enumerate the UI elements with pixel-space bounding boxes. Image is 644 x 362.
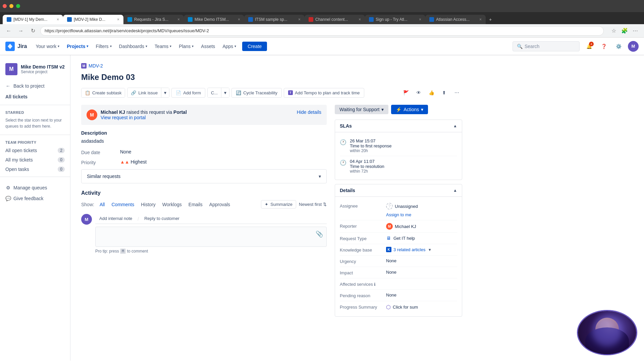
tab-mdv2[interactable]: [MDV-2] Mike D... ×: [63, 15, 123, 24]
request-type-label: Request Type: [340, 235, 383, 241]
activity-tab-history[interactable]: History: [138, 200, 158, 209]
create-subtask-btn[interactable]: 📋 Create subtask: [81, 88, 125, 98]
reload-button[interactable]: ↻: [28, 26, 38, 36]
thumbsup-button[interactable]: 👍: [426, 87, 437, 98]
summarize-button[interactable]: ✦ Summarize: [261, 200, 296, 209]
assignee-label: Assignee: [340, 203, 383, 209]
details-panel-header[interactable]: Details ▲: [335, 184, 462, 197]
issue-title: Mike Demo 03: [81, 73, 462, 82]
add-internal-note-tab[interactable]: Add internal note: [95, 214, 136, 224]
flag-button[interactable]: 🚩: [400, 87, 411, 98]
more-button[interactable]: ⋯: [451, 87, 462, 98]
similar-requests-header[interactable]: Similar requests ▾: [82, 170, 326, 183]
activity-tab-approvals[interactable]: Approvals: [207, 200, 233, 209]
sidebar-give-feedback[interactable]: 💬 Give feedback: [0, 193, 70, 204]
comment-editor[interactable]: 📎: [95, 227, 327, 247]
sidebar-all-tickets[interactable]: All tickets: [0, 91, 70, 102]
details-panel-title: Details: [340, 188, 355, 193]
watch-button[interactable]: 👁: [413, 87, 424, 98]
bookmark-button[interactable]: ☆: [609, 26, 619, 36]
pending-reason-value[interactable]: None: [386, 292, 457, 298]
queue-badge-my-tickets: 0: [58, 157, 65, 163]
slas-panel-header[interactable]: SLAs ▲: [335, 120, 462, 132]
notifications-button[interactable]: 🔔 4: [584, 41, 594, 52]
tab-requests[interactable]: Requests - Jira S... ×: [123, 15, 184, 24]
tab-mdv1[interactable]: [MDV-1] My Dem... ×: [3, 15, 63, 24]
comment-tabs: Add internal note / Reply to customer: [95, 214, 327, 224]
tab-atlassian[interactable]: Atlassian Access... ×: [425, 15, 486, 24]
priority-value[interactable]: ▲▲ Highest: [120, 159, 327, 165]
sidebar-back-to-project[interactable]: ← Back to project: [0, 81, 70, 91]
c-btn[interactable]: C... ▾: [207, 88, 229, 98]
comment-input-area: Add internal note / Reply to customer 📎 …: [95, 214, 327, 254]
tab-channel[interactable]: Channel content... ×: [305, 15, 365, 24]
sidebar-queue-open-tasks[interactable]: Open tasks 0: [0, 165, 70, 174]
sla-info-1: 26 Mar 15:07 Time to first response with…: [350, 138, 457, 153]
reply-to-customer-tab[interactable]: Reply to customer: [140, 214, 183, 224]
activity-tab-worklogs[interactable]: Worklogs: [160, 200, 184, 209]
share-button[interactable]: ⬆: [439, 87, 449, 98]
search-bar[interactable]: 🔍 Search: [513, 41, 580, 51]
nav-projects[interactable]: Projects▾: [63, 42, 92, 51]
forward-button[interactable]: →: [16, 26, 25, 36]
sla-item-2: 🕐 04 Apr 11:07 Time to resolution within…: [340, 156, 457, 176]
sidebar-project-type: Service project: [21, 70, 65, 74]
link-icon: 🔗: [131, 90, 136, 95]
activity-tab-comments[interactable]: Comments: [109, 200, 137, 209]
waiting-for-support-btn[interactable]: Waiting for Support ▾: [335, 105, 388, 114]
nav-assets[interactable]: Assets: [198, 42, 218, 51]
nav-teams[interactable]: Teams▾: [151, 42, 175, 51]
link-issue-btn[interactable]: 🔗 Link issue ▾: [127, 88, 169, 98]
cycle-traceability-btn[interactable]: 🔄 Cycle Traceability: [231, 88, 282, 98]
nav-apps[interactable]: Apps▾: [219, 42, 239, 51]
affected-services-info-icon[interactable]: ℹ: [374, 282, 376, 287]
kb-articles-link[interactable]: 3 related articles: [393, 247, 425, 252]
due-date-value[interactable]: None: [120, 149, 327, 154]
url-bar[interactable]: https://projectflowuk.atlassian.net/jira…: [40, 26, 604, 36]
sidebar-queue-all-open[interactable]: All open tickets 2: [0, 146, 70, 155]
jira-logo-text: Jira: [17, 43, 27, 49]
sla-clock-icon-1: 🕐: [340, 139, 346, 145]
settings-button[interactable]: ⚙️: [613, 41, 624, 52]
attach-icon[interactable]: 📎: [316, 230, 323, 238]
nav-your-work[interactable]: Your work▾: [32, 42, 63, 51]
activity-actions: ✦ Summarize Newest first ⇅: [261, 200, 327, 209]
impact-value[interactable]: None: [386, 270, 457, 275]
sidebar-manage-queues[interactable]: ⚙ Manage queues: [0, 182, 70, 193]
nav-dashboards[interactable]: Dashboards▾: [116, 42, 151, 51]
help-button[interactable]: ❓: [598, 41, 609, 52]
breadcrumb-link[interactable]: MDV-2: [89, 63, 103, 69]
assign-to-me-link[interactable]: Assign to me: [386, 212, 411, 217]
sidebar-queue-my-tickets[interactable]: All my tickets 0: [0, 155, 70, 165]
description-text: asdasdads: [81, 138, 327, 144]
create-button[interactable]: Create: [242, 42, 267, 51]
view-request-portal-link[interactable]: View request in portal: [101, 115, 187, 120]
kb-expand-icon[interactable]: ▾: [429, 247, 431, 252]
activity-tab-emails[interactable]: Emails: [186, 200, 205, 209]
jira-logo[interactable]: Jira: [5, 42, 27, 51]
jira-logo-icon: [5, 42, 15, 51]
user-avatar[interactable]: M: [628, 41, 639, 52]
progress-summary-value[interactable]: ⬡ Click for sum: [386, 304, 457, 310]
menu-button[interactable]: ⋯: [631, 26, 640, 36]
actions-btn[interactable]: ⚡ Actions ▾: [391, 105, 428, 114]
tab-signup[interactable]: Sign up - Try Atl... ×: [365, 15, 425, 24]
sla-clock-icon-2: 🕐: [340, 160, 346, 166]
extensions-button[interactable]: 🧩: [620, 26, 629, 36]
comment-user-avatar: M: [81, 214, 92, 225]
nav-filters[interactable]: Filters▾: [92, 42, 115, 51]
new-tab-button[interactable]: +: [486, 15, 495, 24]
add-form-btn[interactable]: 📄 Add form: [171, 88, 205, 98]
tab-mike-itsm[interactable]: Mike Demo ITSM... ×: [184, 15, 244, 24]
add-tempo-btn[interactable]: T Add Tempo to plan and track time: [284, 88, 364, 98]
back-button[interactable]: ←: [4, 26, 13, 36]
queue-badge-open-tasks: 0: [58, 167, 65, 172]
breadcrumb: M MDV-2: [81, 63, 462, 69]
tab-itsm-sample[interactable]: ITSM sample sp... ×: [244, 15, 305, 24]
sidebar-team-priority-title: TEAM PRIORITY: [0, 138, 70, 146]
nav-plans[interactable]: Plans▾: [175, 42, 197, 51]
hide-details-link[interactable]: Hide details: [297, 109, 321, 115]
newest-first-dropdown[interactable]: Newest first ⇅: [299, 202, 327, 207]
activity-tab-all[interactable]: All: [97, 200, 108, 209]
urgency-value[interactable]: None: [386, 258, 457, 263]
